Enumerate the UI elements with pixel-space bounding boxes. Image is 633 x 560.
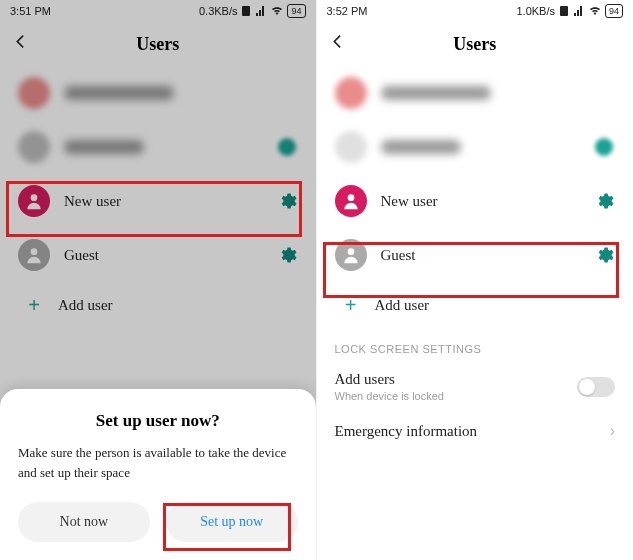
sim-icon	[240, 5, 252, 17]
gear-icon	[594, 191, 614, 211]
setting-subtitle: When device is locked	[335, 390, 568, 402]
dialog-title: Set up user now?	[18, 411, 298, 431]
person-icon	[341, 191, 361, 211]
section-label: LOCK SCREEN SETTINGS	[317, 329, 634, 361]
user-row-blurred-1[interactable]	[6, 66, 310, 120]
gear-button[interactable]	[593, 191, 615, 211]
back-button[interactable]	[12, 34, 28, 55]
wifi-icon	[588, 5, 602, 17]
blurred-text	[381, 140, 461, 154]
avatar-new-user	[335, 185, 367, 217]
sim-icon	[558, 5, 570, 17]
signal-icon	[255, 5, 267, 17]
add-user-label: Add user	[58, 297, 113, 314]
left-screenshot: 3:51 PM 0.3KB/s 94 Users	[0, 0, 317, 560]
user-row-blurred-2[interactable]	[323, 120, 628, 174]
avatar-blurred	[335, 131, 367, 163]
signal-icon	[573, 5, 585, 17]
user-label: New user	[381, 193, 580, 210]
add-user-label: Add user	[375, 297, 430, 314]
setting-emergency-info[interactable]: Emergency information ›	[317, 412, 634, 450]
svg-point-4	[347, 194, 354, 201]
gear-button[interactable]	[276, 245, 298, 265]
svg-rect-0	[242, 6, 250, 16]
avatar-guest	[18, 239, 50, 271]
status-net: 1.0KB/s	[516, 5, 555, 17]
svg-rect-3	[560, 6, 568, 16]
header: Users	[0, 22, 316, 66]
toggle-off[interactable]	[577, 377, 615, 397]
avatar-blurred	[18, 77, 50, 109]
gear-icon[interactable]	[595, 138, 613, 156]
avatar-blurred	[335, 77, 367, 109]
user-label: Guest	[64, 247, 262, 264]
right-screenshot: 3:52 PM 1.0KB/s 94 Users	[317, 0, 634, 560]
dialog-message: Make sure the person is available to tak…	[18, 443, 298, 482]
user-row-blurred-1[interactable]	[323, 66, 628, 120]
plus-icon: +	[24, 294, 44, 317]
person-icon	[24, 245, 44, 265]
header: Users	[317, 22, 634, 66]
blurred-text	[381, 86, 491, 100]
gear-icon	[277, 245, 297, 265]
wifi-icon	[270, 5, 284, 17]
battery-icon: 94	[287, 4, 305, 18]
page-title: Users	[453, 34, 496, 55]
page-title: Users	[136, 34, 179, 55]
add-user-row[interactable]: + Add user	[6, 282, 310, 329]
setting-title: Add users	[335, 371, 568, 388]
blurred-text	[64, 140, 144, 154]
svg-point-2	[31, 248, 38, 255]
status-time: 3:51 PM	[10, 5, 51, 17]
setting-title: Emergency information	[335, 423, 600, 440]
tutorial-highlight-new-user	[6, 181, 302, 237]
avatar-blurred	[18, 131, 50, 163]
back-button[interactable]	[329, 34, 345, 55]
tutorial-highlight-guest	[323, 242, 619, 298]
chevron-right-icon: ›	[610, 422, 615, 440]
battery-icon: 94	[605, 4, 623, 18]
status-net: 0.3KB/s	[199, 5, 238, 17]
not-now-button[interactable]: Not now	[18, 502, 150, 542]
status-bar: 3:52 PM 1.0KB/s 94	[317, 0, 634, 22]
gear-icon[interactable]	[278, 138, 296, 156]
status-time: 3:52 PM	[327, 5, 368, 17]
user-row-blurred-2[interactable]	[6, 120, 310, 174]
user-row-new-user[interactable]: New user	[323, 174, 628, 228]
status-bar: 3:51 PM 0.3KB/s 94	[0, 0, 316, 22]
blurred-text	[64, 86, 174, 100]
setting-add-users-locked[interactable]: Add users When device is locked	[317, 361, 634, 412]
tutorial-highlight-set-up-now	[163, 503, 291, 551]
